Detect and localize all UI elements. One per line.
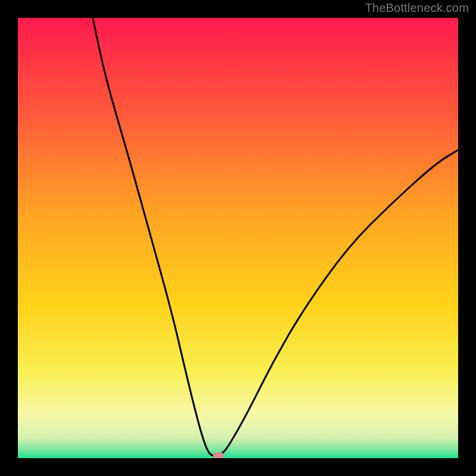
plot-area [18, 18, 458, 458]
chart-frame: TheBottleneck.com [0, 0, 476, 476]
gradient-background [18, 18, 458, 458]
optimal-point-marker [213, 452, 224, 458]
watermark-text: TheBottleneck.com [365, 1, 469, 15]
chart-svg [18, 18, 458, 458]
